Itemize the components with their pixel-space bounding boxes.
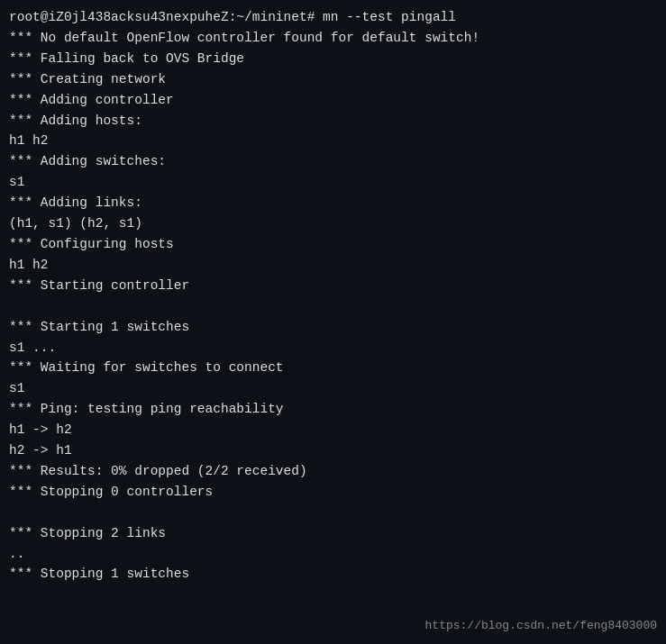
watermark: https://blog.csdn.net/feng8403000: [425, 617, 657, 635]
terminal-line: *** Stopping 0 controllers: [9, 482, 657, 503]
terminal-window: root@iZ0jl438acksu43nexpuheZ:~/mininet# …: [0, 0, 666, 644]
terminal-line: *** Waiting for switches to connect: [9, 358, 657, 378]
terminal-line: (h1, s1) (h2, s1): [9, 213, 657, 234]
terminal-line: *** Adding links:: [9, 193, 657, 213]
terminal-line: *** Ping: testing ping reachability: [9, 399, 657, 420]
terminal-line: *** Starting 1 switches: [9, 317, 657, 338]
terminal-line: *** Results: 0% dropped (2/2 received): [9, 461, 657, 482]
terminal-line: *** Adding switches:: [9, 151, 657, 172]
terminal-line: *** Falling back to OVS Bridge: [9, 49, 657, 69]
terminal-output: root@iZ0jl438acksu43nexpuheZ:~/mininet# …: [9, 7, 657, 585]
terminal-line: *** Stopping 1 switches: [9, 564, 657, 585]
terminal-line: [9, 503, 657, 523]
terminal-line: *** Adding hosts:: [9, 111, 657, 132]
terminal-line: h2 -> h1: [9, 440, 657, 461]
terminal-line: s1: [9, 378, 657, 399]
terminal-line: [9, 296, 657, 317]
terminal-line: *** Stopping 2 links: [9, 523, 657, 544]
terminal-line: root@iZ0jl438acksu43nexpuheZ:~/mininet# …: [9, 7, 657, 28]
terminal-line: s1 ...: [9, 338, 657, 358]
terminal-line: h1 h2: [9, 131, 657, 151]
terminal-line: h1 h2: [9, 255, 657, 276]
terminal-line: ..: [9, 544, 657, 565]
terminal-line: *** No default OpenFlow controller found…: [9, 28, 657, 49]
terminal-line: h1 -> h2: [9, 420, 657, 440]
terminal-line: *** Creating network: [9, 69, 657, 90]
terminal-line: *** Adding controller: [9, 90, 657, 111]
terminal-line: s1: [9, 172, 657, 193]
terminal-line: *** Configuring hosts: [9, 234, 657, 255]
terminal-line: *** Starting controller: [9, 276, 657, 296]
